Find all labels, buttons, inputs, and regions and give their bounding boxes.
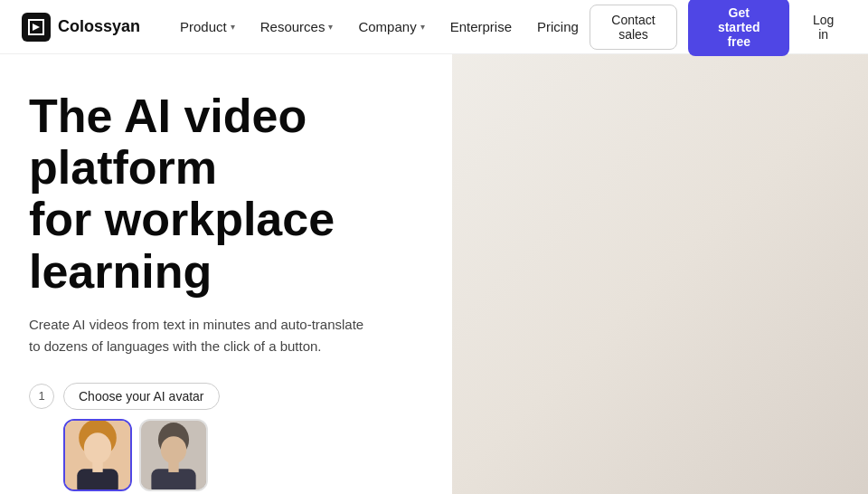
logo-text: Colossyan xyxy=(58,17,140,36)
nav-item-resources[interactable]: Resources ▾ xyxy=(250,14,344,40)
hero-subtitle: Create AI videos from text in minutes an… xyxy=(29,314,373,357)
hero-left: The AI video platform for workplace lear… xyxy=(0,54,868,494)
nav-item-enterprise[interactable]: Enterprise xyxy=(439,14,523,40)
chevron-down-icon: ▾ xyxy=(328,22,333,32)
svg-point-10 xyxy=(161,436,186,463)
step1-label[interactable]: Choose your AI avatar xyxy=(63,383,220,410)
svg-rect-7 xyxy=(92,461,102,471)
nav-item-company[interactable]: Company ▾ xyxy=(347,14,435,40)
step-container: 1 Choose your AI avatar xyxy=(29,383,318,494)
chevron-down-icon: ▾ xyxy=(420,22,425,32)
hero-title: The AI video platform for workplace lear… xyxy=(29,90,481,298)
avatar-thumb-1[interactable] xyxy=(63,419,132,491)
step-number: 1 xyxy=(29,384,54,409)
get-started-button[interactable]: Get started free xyxy=(688,0,789,56)
chevron-down-icon: ▾ xyxy=(231,22,235,32)
nav-item-product[interactable]: Product ▾ xyxy=(169,14,246,40)
svg-point-5 xyxy=(84,432,111,463)
nav-right: Contact sales Get started free Log in xyxy=(590,0,846,56)
nav-item-pricing[interactable]: Pricing xyxy=(526,14,590,40)
step1-row: 1 Choose your AI avatar xyxy=(29,383,318,410)
svg-rect-12 xyxy=(168,461,178,471)
avatar-row xyxy=(63,419,318,491)
avatar-thumb-2[interactable] xyxy=(139,419,208,491)
navigation: Colossyan Product ▾ Resources ▾ Company … xyxy=(0,0,868,54)
hero-section: The AI video platform for workplace lear… xyxy=(0,54,868,494)
logo-icon xyxy=(22,13,51,42)
contact-sales-button[interactable]: Contact sales xyxy=(590,5,677,50)
logo[interactable]: Colossyan xyxy=(22,13,140,42)
nav-links: Product ▾ Resources ▾ Company ▾ Enterpri… xyxy=(169,14,590,40)
login-button[interactable]: Log in xyxy=(800,5,846,49)
